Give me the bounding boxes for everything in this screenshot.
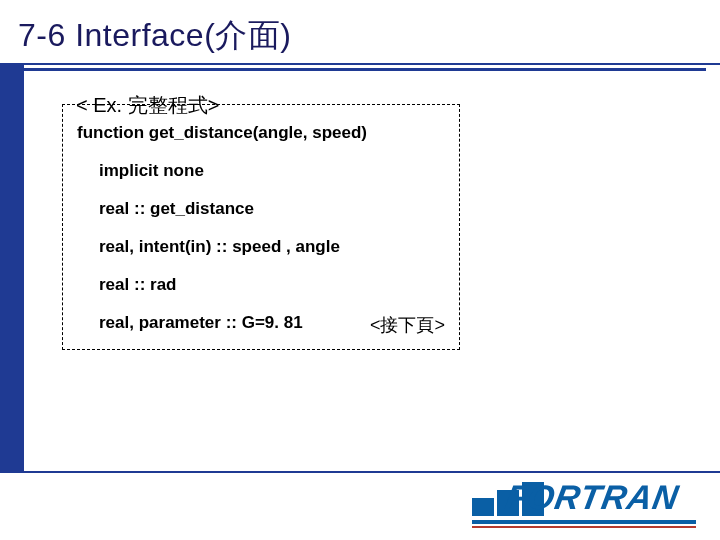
slide: 7-6 Interface(介面) < Ex. 完整程式> function g…: [0, 0, 720, 540]
code-line: implicit none: [77, 161, 445, 181]
logo-underline-accent: [472, 526, 696, 528]
slide-title: 7-6 Interface(介面): [14, 6, 706, 66]
code-line: function get_distance(angle, speed): [77, 123, 445, 143]
divider-bottom: [0, 471, 720, 473]
title-underline: [14, 68, 706, 71]
code-box: function get_distance(angle, speed) impl…: [62, 104, 460, 350]
sidebar-block: [0, 63, 24, 473]
code-line: real :: rad: [77, 275, 445, 295]
logo-text: FORTRAN: [503, 478, 682, 517]
title-region: 7-6 Interface(介面): [14, 6, 706, 71]
logo-underline: [472, 520, 696, 524]
divider-top: [0, 63, 720, 65]
fortran-logo: FORTRAN: [472, 476, 702, 528]
code-line: real :: get_distance: [77, 199, 445, 219]
next-page-note: <接下頁>: [370, 313, 445, 337]
code-line: real, intent(in) :: speed , angle: [77, 237, 445, 257]
